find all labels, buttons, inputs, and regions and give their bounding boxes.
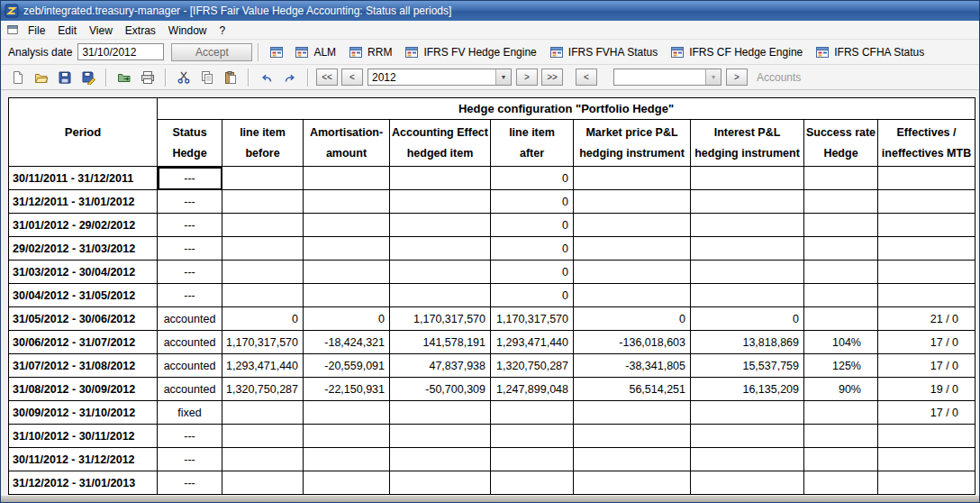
- save-button[interactable]: [54, 68, 76, 87]
- cell[interactable]: 17 / 0: [878, 331, 975, 354]
- cell[interactable]: [390, 261, 491, 284]
- cell[interactable]: [878, 261, 975, 284]
- cell[interactable]: [304, 261, 390, 284]
- undo-button[interactable]: [256, 68, 277, 87]
- cell[interactable]: 0: [691, 307, 804, 331]
- copy-button[interactable]: [196, 68, 218, 87]
- cell[interactable]: [691, 284, 804, 307]
- cell[interactable]: 0: [491, 284, 574, 307]
- menu-help[interactable]: ?: [213, 23, 232, 39]
- cell[interactable]: [304, 190, 390, 214]
- cell[interactable]: [574, 214, 691, 237]
- period-cell[interactable]: 30/11/2012 - 31/12/2012: [9, 448, 158, 471]
- cell[interactable]: [878, 448, 975, 471]
- cell[interactable]: [878, 190, 975, 214]
- cell[interactable]: [574, 401, 691, 425]
- cell[interactable]: 1,170,317,570: [491, 307, 574, 331]
- period-cell[interactable]: 31/05/2012 - 30/06/2012: [9, 307, 158, 331]
- cell[interactable]: [304, 167, 390, 190]
- cell[interactable]: [878, 284, 975, 307]
- cell[interactable]: -136,018,603: [574, 331, 691, 354]
- cell[interactable]: [390, 284, 491, 307]
- cell[interactable]: 0: [491, 214, 574, 237]
- cell[interactable]: [222, 190, 304, 214]
- cell[interactable]: 17 / 0: [878, 354, 975, 378]
- cell[interactable]: [491, 471, 574, 495]
- next-period-button[interactable]: >: [516, 69, 538, 86]
- cell[interactable]: [222, 167, 304, 190]
- prev-period-button[interactable]: <: [341, 69, 363, 86]
- document-window-icon[interactable]: [6, 23, 19, 36]
- cell[interactable]: [304, 284, 390, 307]
- cell[interactable]: -20,559,091: [304, 354, 390, 378]
- chevron-down-icon[interactable]: ▼: [705, 69, 721, 85]
- cell[interactable]: [878, 237, 975, 261]
- new-document-button[interactable]: [7, 68, 29, 87]
- cell[interactable]: accounted: [158, 354, 222, 378]
- cell[interactable]: 1,170,317,570: [222, 331, 304, 354]
- cell[interactable]: accounted: [158, 307, 222, 331]
- cell[interactable]: [390, 471, 491, 495]
- period-cell[interactable]: 30/06/2012 - 31/07/2012: [9, 331, 158, 354]
- cell[interactable]: [691, 401, 804, 425]
- module-button-alm[interactable]: ALM: [288, 43, 342, 61]
- cell[interactable]: [304, 237, 390, 261]
- cell[interactable]: [691, 471, 804, 495]
- cell[interactable]: [304, 448, 390, 471]
- chevron-down-icon[interactable]: ▼: [495, 69, 511, 85]
- cell[interactable]: [878, 214, 975, 237]
- cell[interactable]: 1,247,899,048: [491, 378, 574, 401]
- module-button-ifrs-fv-hedge-engine[interactable]: IFRS FV Hedge Engine: [398, 43, 542, 61]
- cell[interactable]: fixed: [158, 401, 222, 425]
- cell[interactable]: [691, 425, 804, 448]
- last-period-button[interactable]: >>: [541, 69, 563, 86]
- module-button-ifrs-cf-hedge-engine[interactable]: IFRS CF Hedge Engine: [664, 43, 809, 61]
- cell[interactable]: 0: [574, 307, 691, 331]
- cell[interactable]: [691, 448, 804, 471]
- period-cell[interactable]: 31/08/2012 - 30/09/2012: [9, 378, 158, 401]
- cell[interactable]: 1,320,750,287: [222, 378, 304, 401]
- cell[interactable]: accounted: [158, 378, 222, 401]
- cell[interactable]: [390, 425, 491, 448]
- cell[interactable]: 1,320,750,287: [491, 354, 574, 378]
- cell[interactable]: ---: [158, 237, 222, 261]
- report-window-button[interactable]: [266, 42, 287, 62]
- cell[interactable]: [804, 190, 878, 214]
- export-folder-button[interactable]: [113, 68, 135, 87]
- cell[interactable]: [574, 167, 691, 190]
- cell[interactable]: [222, 284, 304, 307]
- module-button-rrm[interactable]: RRM: [342, 43, 398, 61]
- cell[interactable]: 16,135,209: [691, 378, 804, 401]
- cell[interactable]: [878, 167, 975, 190]
- period-cell[interactable]: 31/10/2012 - 30/11/2012: [9, 425, 158, 448]
- menu-edit[interactable]: Edit: [51, 23, 83, 39]
- period-cell[interactable]: 31/03/2012 - 30/04/2012: [9, 261, 158, 284]
- cell[interactable]: 0: [491, 167, 574, 190]
- period-cell[interactable]: 31/12/2011 - 31/01/2012: [9, 190, 158, 214]
- cell[interactable]: 13,818,869: [691, 331, 804, 354]
- cell[interactable]: [491, 425, 574, 448]
- accounts-combobox[interactable]: ▼: [613, 69, 721, 86]
- cell[interactable]: [390, 190, 491, 214]
- cell[interactable]: [222, 214, 304, 237]
- period-cell[interactable]: 31/01/2012 - 29/02/2012: [9, 214, 158, 237]
- title-bar[interactable]: zeb/integrated.treasury-manager - [IFRS …: [1, 1, 979, 21]
- cell[interactable]: [804, 307, 878, 331]
- cell[interactable]: 19 / 0: [878, 378, 975, 401]
- cell[interactable]: [574, 425, 691, 448]
- cell[interactable]: 56,514,251: [574, 378, 691, 401]
- cell[interactable]: [878, 471, 975, 495]
- cell[interactable]: [491, 401, 574, 425]
- cell[interactable]: 90%: [804, 378, 878, 401]
- period-cell[interactable]: 31/07/2012 - 31/08/2012: [9, 354, 158, 378]
- accept-button[interactable]: Accept: [171, 43, 252, 61]
- cell[interactable]: [878, 425, 975, 448]
- menu-window[interactable]: Window: [162, 23, 213, 39]
- cell[interactable]: [390, 237, 491, 261]
- cell[interactable]: 47,837,938: [390, 354, 491, 378]
- cell[interactable]: [222, 401, 304, 425]
- cell[interactable]: [574, 237, 691, 261]
- cell[interactable]: ---: [158, 471, 222, 495]
- module-button-ifrs-fvha-status[interactable]: IFRS FVHA Status: [543, 43, 664, 61]
- cell[interactable]: 15,537,759: [691, 354, 804, 378]
